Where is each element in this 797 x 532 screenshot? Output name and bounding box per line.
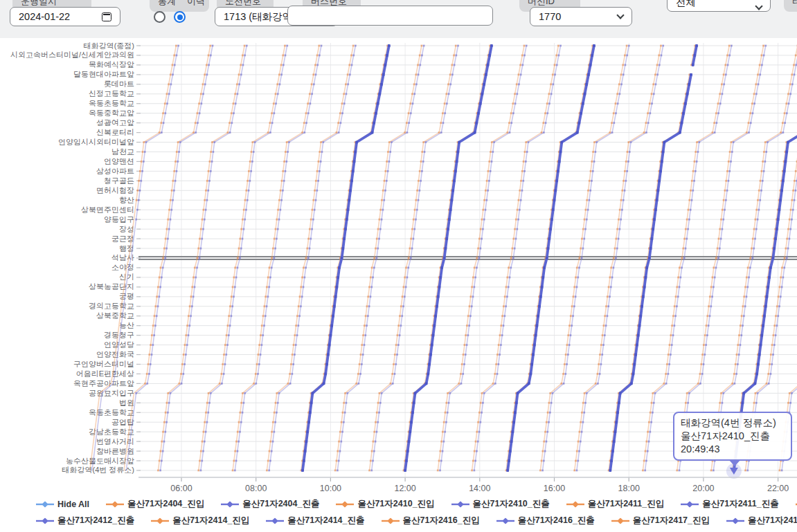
trip-marker-outbound xyxy=(778,305,780,307)
trip-marker-outbound xyxy=(207,412,209,414)
machine-select[interactable]: 1770 xyxy=(530,7,632,26)
legend-item[interactable]: 울산71자2416_진입 xyxy=(382,515,480,526)
trip-marker-outbound xyxy=(688,392,690,394)
trip-marker-inbound xyxy=(720,219,722,221)
trip-marker-outbound xyxy=(457,45,459,47)
calendar-icon[interactable] xyxy=(102,12,111,21)
trip-marker-inbound xyxy=(499,334,501,336)
legend-item-hide-all[interactable]: Hide All xyxy=(36,499,89,509)
trip-marker-inbound xyxy=(251,141,253,143)
trip-marker-outbound xyxy=(668,363,670,365)
trip-marker-outbound xyxy=(406,131,408,134)
trip-marker-outbound xyxy=(423,45,425,47)
station-label: 언양임시시외터미널앞 xyxy=(58,138,134,146)
legend-item[interactable]: 울산71자2411_진입 xyxy=(566,498,664,510)
trip-marker-inbound xyxy=(754,392,756,394)
trip-marker-inbound xyxy=(209,45,211,47)
trip-marker-inbound xyxy=(627,151,629,153)
bus-number-input[interactable] xyxy=(287,6,493,26)
legend-item[interactable]: 울산71자2417_진입 xyxy=(611,515,710,526)
trip-marker-inbound xyxy=(685,228,687,230)
trip-marker-outbound xyxy=(516,93,518,95)
trip-marker-inbound xyxy=(672,315,674,317)
trip-marker-highlighted xyxy=(542,276,545,279)
legend-marker-icon xyxy=(36,500,54,508)
trip-marker-inbound xyxy=(626,45,628,47)
trip-marker-inbound xyxy=(624,170,626,172)
trip-marker-inbound xyxy=(338,441,340,443)
trip-marker-inbound xyxy=(599,354,601,356)
trip-marker-outbound xyxy=(367,315,369,317)
x-tick-label: 22:00 xyxy=(767,484,789,493)
trip-marker-inbound xyxy=(162,431,164,433)
trip-marker-outbound xyxy=(236,93,238,95)
trip-marker-inbound xyxy=(344,392,346,394)
legend-item[interactable]: 울산71자2412_진출 xyxy=(36,515,134,526)
trip-marker-outbound xyxy=(746,295,748,297)
date-input[interactable]: 2024-01-22 xyxy=(10,7,120,26)
trip-marker-outbound xyxy=(649,431,651,433)
trip-marker-outbound xyxy=(578,450,580,452)
history-radio[interactable] xyxy=(174,11,186,23)
trip-marker-inbound xyxy=(306,248,308,250)
trip-marker-inbound xyxy=(232,286,234,288)
trip-marker-outbound xyxy=(455,55,457,57)
trip-marker-inbound xyxy=(521,170,523,172)
trip-marker-outbound xyxy=(720,238,722,240)
trip-marker-outbound xyxy=(609,295,611,297)
trip-marker-highlighted xyxy=(554,190,557,192)
trip-marker-highlighted xyxy=(487,64,490,66)
trip-marker-outbound xyxy=(274,248,276,250)
trip-marker-inbound xyxy=(256,363,258,365)
legend-marker-icon xyxy=(496,517,514,525)
trip-marker-outbound xyxy=(654,83,656,85)
legend-item[interactable]: 울산71자2411_진출 xyxy=(681,498,778,510)
trip-marker-inbound xyxy=(674,305,676,307)
trip-marker-outbound xyxy=(722,228,724,230)
trip-marker-outbound xyxy=(789,402,791,404)
trip-marker-outbound xyxy=(592,170,594,172)
trip-marker-outbound xyxy=(586,219,588,221)
trip-marker-inbound xyxy=(645,122,647,124)
trip-marker-inbound xyxy=(229,305,231,307)
trip-marker-outbound xyxy=(573,305,575,307)
legend-item[interactable]: 울산71자2414_진출 xyxy=(266,515,364,526)
legend-item[interactable]: 울산71자2416_진출 xyxy=(496,515,595,526)
legend-item[interactable]: 울산71자2404_진입 xyxy=(106,498,204,510)
trip-marker-inbound xyxy=(161,441,163,443)
legend-item[interactable]: 울산71자2417_진출 xyxy=(726,515,797,526)
trip-marker-outbound xyxy=(449,83,451,85)
trip-marker-highlighted xyxy=(589,64,592,66)
trip-marker-outbound xyxy=(715,267,717,269)
trip-marker-inbound xyxy=(199,238,201,240)
trip-marker-inbound xyxy=(676,470,678,472)
trip-marker-outbound xyxy=(617,102,619,104)
legend-item[interactable]: 울산71자2410_진입 xyxy=(336,498,434,510)
trip-marker-outbound xyxy=(242,412,244,414)
trip-marker-inbound xyxy=(795,170,797,172)
trip-marker-inbound xyxy=(741,315,743,317)
trip-marker-outbound xyxy=(746,470,749,472)
station-label: 옥동초등학교 xyxy=(89,408,134,416)
trip-marker-inbound xyxy=(747,267,749,269)
trip-marker-outbound xyxy=(229,131,231,134)
trip-marker-outbound xyxy=(759,199,761,201)
stat-radio[interactable] xyxy=(154,11,165,23)
filter-select[interactable]: 전체 xyxy=(667,0,771,12)
trip-marker-outbound xyxy=(576,470,578,472)
trip-marker-inbound xyxy=(266,286,268,288)
trip-marker-outbound xyxy=(462,373,464,375)
trip-marker-inbound xyxy=(415,199,417,201)
legend-item[interactable]: 울산71자2410_진출 xyxy=(451,498,550,510)
trip-marker-highlighted xyxy=(557,170,559,173)
trip-marker-inbound xyxy=(239,238,241,240)
trip-marker-outbound xyxy=(607,305,609,307)
trip-marker-inbound xyxy=(449,73,451,75)
trip-marker-inbound xyxy=(249,160,251,163)
trip-marker-outbound xyxy=(691,199,693,201)
legend-item[interactable]: 울산71자2404_진출 xyxy=(221,498,319,510)
trip-marker-inbound xyxy=(318,45,320,47)
trip-marker-outbound xyxy=(289,383,292,385)
legend-item[interactable]: 울산71자2414_진입 xyxy=(151,515,249,526)
trip-marker-inbound xyxy=(760,170,762,172)
